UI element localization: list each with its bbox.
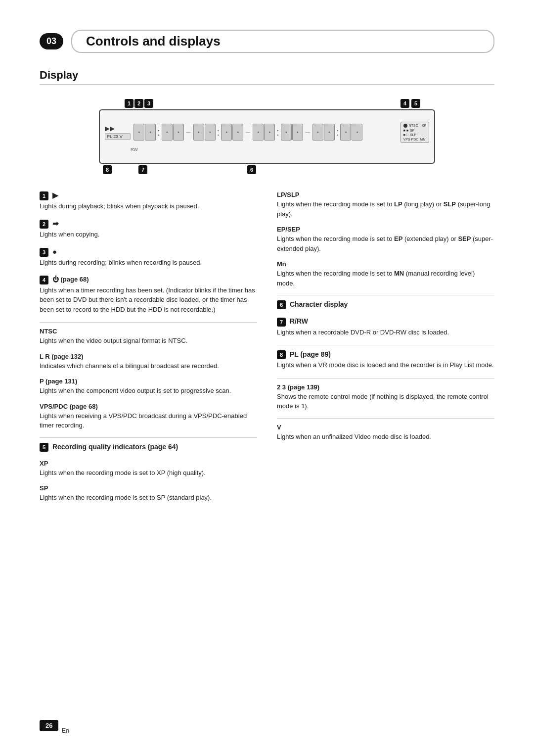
sub-entry-mn: Mn Lights when the recording mode is set…: [277, 260, 494, 288]
sub-entry-vpspdc: VPS/PDC (page 68) Lights when receiving …: [40, 403, 257, 430]
lr-text: Indicates which channels of a bilingual …: [40, 361, 257, 371]
content-columns: 1 ▶ Lights during playback; blinks when …: [40, 191, 494, 510]
entry-5: 5 Recording quality indicators (page 64): [40, 443, 257, 452]
entry-7: 7 R/RW Lights when a recordable DVD-R or…: [277, 317, 494, 337]
vpspdc-label: VPS/PDC (page 68): [40, 403, 257, 410]
badge-5: 5: [40, 443, 48, 452]
sub-entry-ntsc: NTSC Lights when the video output signal…: [40, 328, 257, 346]
chapter-title: Controls and displays: [71, 30, 494, 53]
entry-8-text: Lights when a VR mode disc is loaded and…: [277, 360, 494, 370]
epsep-label: EP/SEP: [277, 226, 494, 233]
right-column: LP/SLP Lights when the recording mode is…: [277, 191, 494, 510]
sp-text: Lights when the recording mode is set to…: [40, 493, 257, 503]
diagram-container: 1 2 3 4 5 ▶▶: [40, 94, 494, 177]
entry-7-label: R/RW: [290, 317, 308, 325]
epsep-text: Lights when the recording mode is set to…: [277, 234, 494, 253]
sub-entry-v: V Lights when an unfinalized Video mode …: [277, 424, 494, 442]
lpslp-text: Lights when the recording mode is set to…: [277, 199, 494, 219]
footer-lang: En: [62, 727, 69, 734]
entry-7-text: Lights when a recordable DVD-R or DVD-RW…: [277, 328, 494, 337]
sp-label: SP: [40, 484, 257, 492]
page-number: 26: [40, 720, 58, 731]
sub-entry-xp: XP Lights when the recording mode is set…: [40, 460, 257, 478]
mn-text: Lights when the recording mode is set to…: [277, 269, 494, 288]
entry-5-label: Recording quality indicators: [52, 443, 146, 451]
sub-entry-lpslp: LP/SLP Lights when the recording mode is…: [277, 191, 494, 219]
sub-entry-sp: SP Lights when the recording mode is set…: [40, 484, 257, 503]
vpspdc-text: Lights when receiving a VPS/PDC broadcas…: [40, 411, 257, 430]
entry-4-text: Lights when a timer recording has been s…: [40, 285, 257, 315]
entry-6-label: Character display: [290, 300, 348, 308]
diagram-label-3: 3: [144, 99, 153, 108]
ntsc-text: Lights when the video output signal form…: [40, 336, 257, 346]
entry-2-text: Lights when copying.: [40, 230, 257, 239]
entry-1: 1 ▶ Lights during playback; blinks when …: [40, 191, 257, 211]
entry-3: 3 ● Lights during recording; blinks when…: [40, 247, 257, 268]
diagram-label-1: 1: [125, 99, 134, 108]
entry-8: 8 PL (page 89) Lights when a VR mode dis…: [277, 350, 494, 370]
sub-entry-23: 2 3 (page 139) Shows the remote control …: [277, 383, 494, 411]
badge-3: 3: [40, 248, 48, 257]
diagram-label-4: 4: [400, 99, 409, 108]
badge-2: 2: [40, 220, 48, 229]
chapter-header: 03 Controls and displays: [40, 30, 494, 53]
left-column: 1 ▶ Lights during playback; blinks when …: [40, 191, 257, 510]
entry-8-label: PL: [290, 350, 299, 358]
entry-1-text: Lights during playback; blinks when play…: [40, 201, 257, 211]
mn-label: Mn: [277, 260, 494, 268]
badge-6: 6: [277, 300, 286, 309]
chapter-badge: 03: [40, 33, 63, 49]
lr-label: L R (page 132): [40, 353, 257, 360]
diagram-label-2: 2: [134, 99, 143, 108]
diagram-label-6: 6: [247, 165, 256, 174]
badge-7: 7: [277, 318, 286, 327]
badge-8: 8: [277, 350, 286, 359]
entry-4: 4 ⏻ (page 68) Lights when a timer record…: [40, 275, 257, 314]
entry-8-page: (page 89): [300, 350, 330, 358]
entry-6: 6 Character display: [277, 300, 494, 309]
diagram-wrapper: 1 2 3 4 5 ▶▶: [99, 94, 435, 177]
xp-text: Lights when the recording mode is set to…: [40, 468, 257, 478]
sub-entry-progressive: P (page 131) Lights when the component v…: [40, 378, 257, 396]
badge-1: 1: [40, 191, 48, 200]
xp-label: XP: [40, 460, 257, 467]
entry-2: 2 ➡ Lights when copying.: [40, 219, 257, 239]
entry-3-text: Lights during recording; blinks when rec…: [40, 258, 257, 268]
progressive-label: P (page 131): [40, 378, 257, 385]
progressive-text: Lights when the component video output i…: [40, 386, 257, 396]
text-23: Shows the remote control mode (if nothin…: [277, 392, 494, 411]
badge-4: 4: [40, 276, 48, 284]
label-v: V: [277, 424, 494, 431]
diagram-label-5: 5: [411, 99, 420, 108]
page: 03 Controls and displays Display 1 2 3 4…: [0, 0, 534, 756]
label-23: 2 3 (page 139): [277, 383, 494, 391]
section-title: Display: [40, 69, 494, 85]
diagram-label-8: 8: [103, 165, 112, 174]
ntsc-label: NTSC: [40, 328, 257, 335]
text-v: Lights when an unfinalized Video mode di…: [277, 432, 494, 442]
lpslp-label: LP/SLP: [277, 191, 494, 198]
display-diagram: ▶▶ PL 23 V ▪ ▪ :: [99, 109, 435, 164]
sub-entry-epsep: EP/SEP Lights when the recording mode is…: [277, 226, 494, 253]
entry-5-page: (page 64): [148, 443, 178, 451]
sub-entry-lr: L R (page 132) Indicates which channels …: [40, 353, 257, 371]
diagram-label-7: 7: [138, 165, 147, 174]
